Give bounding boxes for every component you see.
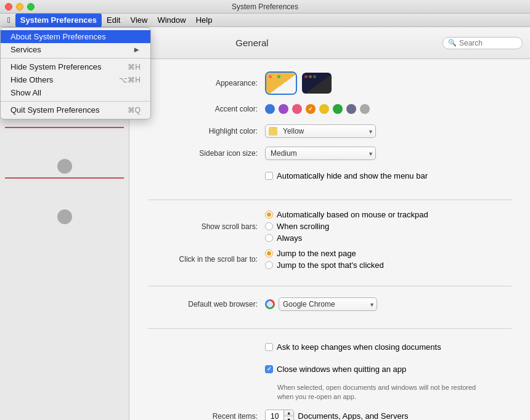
accent-blue[interactable] [265,104,275,114]
accent-purple[interactable] [279,104,288,114]
window-menu[interactable]: Window [152,14,190,27]
search-box[interactable]: 🔍 [442,37,523,49]
scroll-bars-radio-group: Automatically based on mouse or trackpad… [265,210,428,243]
edit-menu[interactable]: Edit [102,14,125,27]
sidebar-icon-3 [57,159,72,174]
content-area: Appearance: [129,59,530,420]
accent-yellow[interactable] [319,104,329,114]
close-windows-note: When selected, open documents and window… [277,383,476,402]
accent-graphite-light[interactable] [360,104,370,114]
sidebar-divider-2 [5,127,124,128]
light-thumb-dots [269,75,280,78]
highlight-color-select-wrapper: Yellow Blue Green ▾ [265,124,376,138]
recent-items-suffix: Documents, Apps, and Servers [298,411,408,420]
highlight-color-content: Yellow Blue Green ▾ [265,124,512,138]
dot-yellow [273,75,276,78]
ask-keep-row: Ask to keep changes when closing documen… [148,339,512,355]
menu-item-show-all[interactable]: Show All [1,86,150,99]
dot-red [269,75,272,78]
accent-color-swatches [265,104,370,114]
scroll-always-row: Always [265,233,428,243]
menu-bar-row: Automatically hide and show the menu bar [148,168,512,184]
browser-select[interactable]: Google Chrome Safari Firefox [279,297,377,311]
menu-item-hide-others[interactable]: Hide Others ⌥⌘H [1,73,150,86]
chrome-icon [265,299,275,309]
dot-red-dark [304,75,308,78]
submenu-arrow: ► [132,45,141,54]
scroll-auto-radio[interactable] [265,211,273,219]
browser-section: Default web browser: Google Chrome Safar… [148,296,512,329]
dot-green-dark [313,75,316,78]
browser-select-wrapper: Google Chrome Safari Firefox ▾ [265,297,377,311]
menu-separator-2 [1,101,150,102]
accent-color-options [265,104,512,114]
scroll-bars-section: Show scroll bars: Automatically based on… [148,210,512,286]
scroll-when-radio[interactable] [265,222,273,230]
close-windows-checkbox[interactable] [265,365,273,373]
title-bar: System Preferences [0,0,530,14]
window-title: System Preferences [232,2,298,11]
help-menu[interactable]: Help [191,14,218,27]
scroll-when-label: When scrolling [277,222,329,231]
traffic-lights [5,3,35,10]
default-browser-label: Default web browser: [148,300,265,309]
menu-bar-checkbox[interactable] [265,172,273,180]
menu-item-about[interactable]: About System Preferences [1,30,150,43]
close-windows-note-row: When selected, open documents and window… [148,383,512,402]
search-input[interactable] [459,39,517,47]
click-spot-row: Jump to the spot that's clicked [265,260,384,270]
sidebar-size-select[interactable]: Medium Small Large [265,147,376,160]
appearance-section: Appearance: [148,71,512,200]
ask-keep-checkbox[interactable] [265,343,273,351]
click-next-radio[interactable] [265,249,273,257]
appearance-label: Appearance: [148,79,265,87]
click-scroll-label: Click in the scroll bar to: [148,255,265,264]
recent-items-stepper[interactable]: 10 ▲ ▼ [265,410,294,420]
click-scroll-row: Click in the scroll bar to: Jump to the … [148,249,512,270]
recent-items-row: Recent items: 10 ▲ ▼ Documents, Apps, an… [148,408,512,420]
appearance-row: Appearance: [148,71,512,95]
minimize-button[interactable] [16,3,23,10]
maximize-button[interactable] [27,3,35,10]
show-scroll-bars-label: Show scroll bars: [148,222,265,231]
accent-pink[interactable] [292,104,302,114]
app-dropdown-menu: About System Preferences Services ► Hide… [0,27,151,119]
apple-menu[interactable]:  [2,14,15,27]
dark-thumb-dots [304,75,316,78]
menu-separator-1 [1,58,150,59]
search-icon: 🔍 [448,39,457,47]
close-button[interactable] [5,3,12,10]
scroll-always-radio[interactable] [265,234,273,242]
menu-bar-label: Automatically hide and show the menu bar [277,171,428,180]
scroll-always-label: Always [277,233,302,243]
sidebar-icon-size-label: Sidebar icon size: [148,149,265,158]
appearance-light-btn[interactable] [265,71,297,95]
accent-graphite-dark[interactable] [346,104,356,114]
menu-item-hide[interactable]: Hide System Preferences ⌘H [1,60,150,73]
dot-green [277,75,280,78]
sidebar-icon-size-content: Medium Small Large ▾ [265,147,512,160]
scroll-auto-row: Automatically based on mouse or trackpad [265,210,428,219]
view-menu[interactable]: View [125,14,152,27]
click-scroll-radio-group: Jump to the next page Jump to the spot t… [265,249,384,270]
accent-green[interactable] [333,104,343,114]
click-spot-radio[interactable] [265,261,273,269]
highlight-color-select[interactable]: Yellow Blue Green [265,124,376,138]
scroll-when-row: When scrolling [265,222,428,231]
accent-orange[interactable] [306,104,316,114]
highlight-color-label: Highlight color: [148,127,265,135]
click-next-row: Jump to the next page [265,249,384,258]
accent-color-row: Accent color: [148,101,512,117]
documents-section: Ask to keep changes when closing documen… [148,339,512,420]
recent-items-value: 10 [266,410,284,420]
appearance-dark-btn[interactable] [301,71,333,95]
menu-item-services[interactable]: Services ► [1,43,150,56]
stepper-down-btn[interactable]: ▼ [284,416,293,420]
sidebar-size-select-wrapper: Medium Small Large ▾ [265,147,376,160]
ask-keep-label: Ask to keep changes when closing documen… [277,342,441,352]
menu-item-quit[interactable]: Quit System Preferences ⌘Q [1,103,150,116]
show-scroll-bars-row: Show scroll bars: Automatically based on… [148,210,512,243]
app-menu[interactable]: System Preferences [15,14,102,27]
stepper-up-btn[interactable]: ▲ [284,410,293,417]
sidebar-divider-3 [5,177,124,179]
